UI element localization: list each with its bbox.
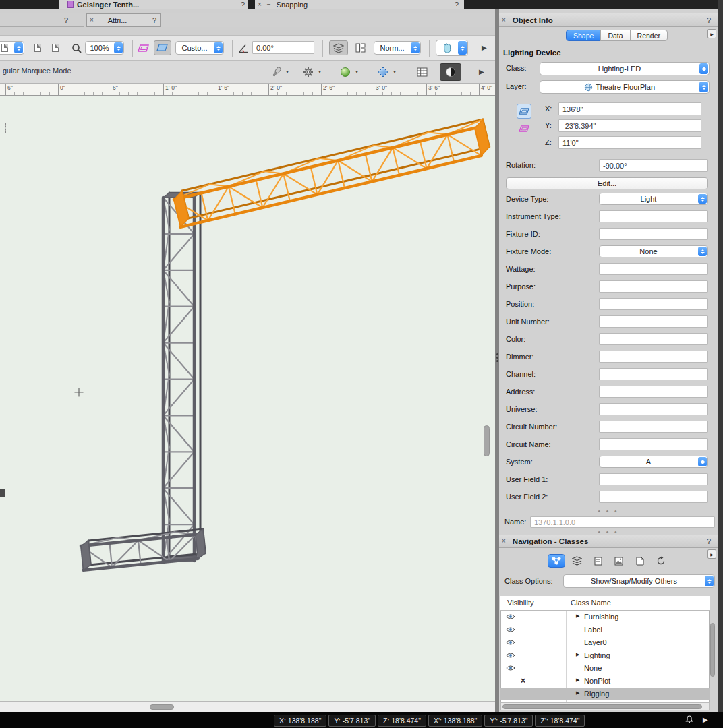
render-style-sphere-icon[interactable] <box>337 64 353 80</box>
chevron-down-icon[interactable]: ▾ <box>286 69 289 75</box>
field-input[interactable] <box>599 403 708 415</box>
class-row[interactable]: × ▶ Furnishing <box>500 611 710 624</box>
canvas-horizontal-scrollbar[interactable] <box>0 701 495 712</box>
gear-icon[interactable] <box>301 65 316 80</box>
modebar-overflow-icon[interactable]: ▶ <box>479 68 484 75</box>
tab-data[interactable]: Data <box>600 30 630 41</box>
chevron-down-icon[interactable]: ▾ <box>318 69 321 75</box>
visibility-eye-icon[interactable] <box>506 665 515 673</box>
dropdown-stepper-icon[interactable] <box>411 42 420 53</box>
dropdown-stepper-icon[interactable] <box>698 457 707 466</box>
class-row[interactable]: × ▶ NonPlot <box>500 675 710 688</box>
help-icon[interactable]: ? <box>152 16 156 24</box>
dropdown-stepper-icon[interactable] <box>699 82 708 92</box>
field-input[interactable] <box>599 491 708 503</box>
viewports-mode-icon[interactable] <box>610 554 628 568</box>
dropdown-stepper-icon[interactable] <box>114 42 123 53</box>
collapse-icon[interactable]: − <box>99 16 103 24</box>
layer-plane-button[interactable] <box>154 40 171 55</box>
angle-tool-icon[interactable] <box>236 42 251 55</box>
field-dropdown[interactable]: Light <box>599 193 708 205</box>
object-info-header[interactable]: × Object Info ? <box>499 13 718 27</box>
snapping-palette-titlebar[interactable]: × − Snapping ? <box>255 0 464 9</box>
expand-arrow-icon[interactable]: ▶ <box>576 690 579 696</box>
dropdown-stepper-icon[interactable] <box>698 194 707 204</box>
field-input[interactable] <box>599 228 708 240</box>
visibility-x-icon[interactable]: × <box>521 676 525 686</box>
field-input[interactable] <box>599 473 708 485</box>
palette-resize-dots[interactable]: • • • <box>499 509 718 514</box>
field-dropdown[interactable]: None <box>599 245 708 257</box>
dropdown-stepper-icon[interactable] <box>14 42 23 53</box>
layer-dropdown[interactable]: Theatre FloorPlan <box>540 80 710 94</box>
rotation-input[interactable]: -90.00° <box>599 159 708 172</box>
class-row[interactable]: × ▶ Layer0 <box>500 636 710 649</box>
stacked-layers-button[interactable] <box>329 40 348 55</box>
name-input[interactable]: 1370.1.1.0.0 <box>530 516 715 528</box>
document-window-titlebar[interactable]: Geisinger Tenth... ? <box>59 0 248 9</box>
field-input[interactable] <box>599 368 708 380</box>
projection-diamond-icon[interactable] <box>375 64 391 80</box>
field-input[interactable] <box>599 315 708 328</box>
field-input[interactable] <box>599 333 708 345</box>
plane-mode-dropdown[interactable]: Custo... <box>175 41 224 55</box>
field-input[interactable] <box>599 438 708 450</box>
screen-plane-icon[interactable] <box>136 42 151 55</box>
help-icon[interactable]: ? <box>707 537 711 545</box>
field-dropdown[interactable]: A <box>599 456 708 468</box>
z-coordinate-input[interactable]: 11'0" <box>558 136 701 149</box>
field-input[interactable] <box>599 421 708 433</box>
attributes-palette-tab[interactable]: × − Attri... ? <box>86 13 161 27</box>
class-options-dropdown[interactable]: Show/Snap/Modify Others <box>563 574 715 588</box>
bell-icon[interactable] <box>684 715 695 725</box>
play-icon[interactable]: ▶ <box>703 716 708 723</box>
tab-render[interactable]: Render <box>630 30 668 41</box>
class-name-column-header[interactable]: Class Name <box>571 599 611 607</box>
visibility-eye-icon[interactable] <box>506 613 515 621</box>
hscroll-thumb[interactable] <box>150 704 174 710</box>
close-icon[interactable]: × <box>90 16 94 24</box>
hscroll-thumb[interactable] <box>502 704 702 709</box>
close-icon[interactable]: × <box>258 1 262 9</box>
dropdown-stepper-icon[interactable] <box>458 41 467 55</box>
palette-flyout-button[interactable]: ▶ <box>707 29 716 38</box>
saved-views-mode-icon[interactable] <box>631 554 649 568</box>
snap-toggle-icon[interactable] <box>268 64 285 80</box>
collapse-icon[interactable]: − <box>267 1 271 9</box>
flyover-tool-dropdown[interactable] <box>436 40 468 56</box>
field-input[interactable] <box>599 298 708 310</box>
help-icon[interactable]: ? <box>455 1 459 9</box>
field-input[interactable] <box>599 351 708 363</box>
help-icon[interactable]: ? <box>64 16 68 24</box>
zoom-magnifier-icon[interactable] <box>70 42 84 55</box>
class-row[interactable]: × ▶ Label <box>500 624 710 636</box>
field-input[interactable] <box>599 263 708 275</box>
tab-shape[interactable]: Shape <box>566 30 601 41</box>
close-icon[interactable]: × <box>502 537 506 545</box>
angle-input[interactable]: 0.00° <box>252 41 314 54</box>
class-dropdown[interactable]: Lighting-LED <box>540 62 710 75</box>
document-tool-button[interactable] <box>47 40 63 55</box>
chevron-down-icon[interactable]: ▾ <box>355 69 358 75</box>
close-icon[interactable]: × <box>502 16 506 24</box>
document-tool-button[interactable] <box>30 40 46 55</box>
help-icon[interactable]: ? <box>707 16 711 24</box>
chevron-down-icon[interactable]: ▾ <box>393 69 396 75</box>
canvas[interactable] <box>0 96 495 701</box>
navigation-palette-header[interactable]: × Navigation - Classes ? <box>499 535 718 548</box>
expand-arrow-icon[interactable]: ▶ <box>576 677 579 683</box>
x-coordinate-input[interactable]: 136'8" <box>558 102 701 115</box>
visibility-eye-icon[interactable] <box>506 652 515 660</box>
visibility-eye-icon[interactable] <box>506 626 515 634</box>
grid-icon[interactable] <box>413 64 432 80</box>
class-row[interactable]: × ▶ Lighting <box>500 649 710 662</box>
field-input[interactable] <box>599 386 708 398</box>
tool-dropdown[interactable] <box>0 41 24 55</box>
field-input[interactable] <box>599 280 708 293</box>
dropdown-stepper-icon[interactable] <box>698 247 707 256</box>
y-coordinate-input[interactable]: -23'8.394" <box>558 119 701 132</box>
pane-layout-button[interactable] <box>351 40 370 55</box>
field-input[interactable] <box>599 210 708 222</box>
sheet-layers-mode-icon[interactable] <box>589 554 607 568</box>
class-table-vertical-scrollbar[interactable] <box>710 623 715 677</box>
